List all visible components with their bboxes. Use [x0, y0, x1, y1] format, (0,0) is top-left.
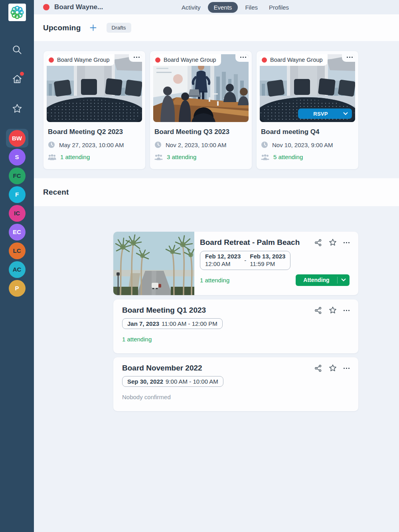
rsvp-button[interactable]: RSVP: [298, 108, 352, 119]
plus-icon: [89, 24, 97, 32]
more-options-icon[interactable]: [344, 368, 350, 369]
group-name: Board Wayne Group: [270, 57, 323, 63]
upcoming-title: Upcoming: [43, 24, 81, 32]
tab-activity[interactable]: Activity: [178, 2, 205, 12]
group-badge: Board Wayne Group: [47, 54, 115, 66]
event-card-q2-2023[interactable]: Board Wayne Group Board Meeting Q2 2023 …: [43, 51, 146, 169]
recent-card-retreat[interactable]: Board Retreat - Palm Beach: [113, 232, 358, 295]
star-icon[interactable]: [329, 238, 337, 246]
share-icon[interactable]: [314, 307, 322, 314]
avatar-lc[interactable]: LC: [9, 242, 26, 259]
share-icon[interactable]: [314, 239, 322, 246]
recent-cards-list: Board Retreat - Palm Beach: [34, 206, 399, 411]
palm-beach-image: [113, 232, 194, 295]
recent-event-title: Board Meeting Q1 2023: [122, 306, 314, 315]
home-notification-dot: [20, 72, 24, 76]
share-icon[interactable]: [314, 365, 322, 372]
sidebar-group-ec[interactable]: EC: [6, 223, 28, 241]
event-card-q3-2023[interactable]: Board Wayne Group Board Meeting Q3 2023 …: [150, 51, 252, 169]
favorites-star-icon[interactable]: [9, 100, 26, 117]
search-icon[interactable]: [9, 41, 26, 58]
more-options-icon[interactable]: [344, 242, 350, 243]
avatar-f[interactable]: F: [9, 186, 26, 203]
group-status-dot: [49, 57, 54, 63]
avatar-ac[interactable]: AC: [9, 261, 26, 278]
tab-files[interactable]: Files: [241, 2, 262, 12]
events-app: BW S FC F IC EC LC AC P: [0, 0, 399, 532]
sidebar-group-f[interactable]: F: [6, 185, 28, 204]
clock-icon: [261, 141, 268, 148]
upcoming-header-row: Upcoming Drafts: [34, 14, 399, 41]
attending-dropdown-button[interactable]: Attending: [296, 274, 350, 286]
sidebar-group-ic[interactable]: IC: [6, 204, 28, 223]
group-avatar-rail: BW S FC F IC EC LC AC P: [6, 129, 28, 298]
date-range-pill[interactable]: Feb 12, 2023 12:00 AM - Feb 13, 2023 11:…: [200, 251, 290, 270]
card-more-button[interactable]: [129, 54, 142, 62]
recent-card-q1-2023[interactable]: Board Meeting Q1 2023: [113, 299, 358, 353]
recent-event-title: Board Retreat - Palm Beach: [200, 238, 314, 247]
attendance-count: 1 attending: [122, 336, 350, 343]
event-image-boardroom: Board Wayne Group RSVP: [260, 54, 355, 122]
end-time: 11:59 PM: [250, 260, 285, 268]
attendance-count: 1 attending: [60, 154, 90, 160]
sidebar-group-lc[interactable]: LC: [6, 241, 28, 260]
retreat-card-body: Board Retreat - Palm Beach: [194, 232, 358, 295]
avatar-bw[interactable]: BW: [9, 130, 26, 147]
event-card-q4[interactable]: Board Wayne Group RSVP Board meeting Q4: [256, 51, 359, 169]
ellipsis-icon: [344, 310, 350, 311]
attendance-count: 3 attending: [167, 154, 196, 160]
group-status-dot: [262, 57, 267, 63]
app-logo[interactable]: [8, 4, 26, 21]
date-pill[interactable]: Jan 7, 2023 11:00 AM - 12:00 PM: [122, 318, 223, 329]
event-datetime: Nov 2, 2023, 10:00 AM: [166, 142, 227, 148]
main-nav: Activity Events Files Profiles: [178, 0, 293, 14]
recent-card-november-2022[interactable]: Board November 2022: [113, 357, 358, 411]
card-more-button[interactable]: [342, 54, 355, 62]
attending-label: Attending: [296, 277, 337, 283]
main-area: Board Wayne... Activity Events Files Pro…: [34, 0, 399, 532]
tab-events[interactable]: Events: [208, 2, 238, 13]
sidebar-group-fc[interactable]: FC: [6, 166, 28, 185]
star-icon[interactable]: [329, 306, 337, 314]
attendance-count: 1 attending: [200, 277, 296, 284]
attendees-icon: [48, 154, 56, 160]
clock-icon: [154, 141, 162, 148]
end-date: Feb 13, 2023: [250, 253, 285, 260]
date-pill[interactable]: Sep 30, 2022 9:00 AM - 10:00 AM: [122, 376, 223, 387]
add-event-button[interactable]: [89, 24, 97, 32]
card-more-button[interactable]: [235, 54, 249, 62]
event-date: Sep 30, 2022: [127, 378, 163, 385]
sidebar-group-bw-selected[interactable]: BW: [6, 129, 28, 148]
recent-header-row: Recent: [34, 178, 399, 206]
avatar-fc[interactable]: FC: [9, 167, 26, 184]
home-icon[interactable]: [9, 71, 26, 87]
drafts-button[interactable]: Drafts: [107, 23, 131, 33]
start-time: 12:00 AM: [205, 260, 241, 268]
star-icon[interactable]: [329, 364, 337, 372]
clock-icon: [48, 141, 55, 148]
knot-logo-icon: [10, 5, 25, 20]
sidebar: BW S FC F IC EC LC AC P: [0, 0, 34, 532]
event-title: Board Meeting Q2 2023: [48, 128, 141, 136]
sidebar-group-s[interactable]: S: [6, 148, 28, 166]
recent-title: Recent: [43, 188, 69, 197]
sidebar-group-p[interactable]: P: [6, 279, 28, 298]
more-options-icon[interactable]: [344, 310, 350, 311]
ellipsis-icon: [347, 57, 353, 58]
tab-profiles[interactable]: Profiles: [265, 2, 293, 12]
group-status-dot: [155, 57, 160, 63]
event-image-presentation: Board Wayne Group: [153, 54, 249, 122]
range-dash: -: [244, 257, 246, 264]
event-title: Board meeting Q4: [261, 128, 354, 136]
upcoming-cards-row: Board Wayne Group Board Meeting Q2 2023 …: [34, 41, 399, 178]
recent-event-title: Board November 2022: [122, 364, 314, 372]
avatar-s[interactable]: S: [9, 149, 26, 166]
group-badge: Board Wayne Group: [153, 54, 221, 66]
event-time-range: 9:00 AM - 10:00 AM: [166, 378, 218, 385]
group-badge: Board Wayne Group: [260, 54, 328, 66]
avatar-p[interactable]: P: [9, 280, 26, 297]
avatar-ic[interactable]: IC: [9, 205, 26, 222]
workspace-title: Board Wayne...: [54, 3, 103, 11]
avatar-ec[interactable]: EC: [9, 224, 26, 240]
sidebar-group-ac[interactable]: AC: [6, 260, 28, 279]
